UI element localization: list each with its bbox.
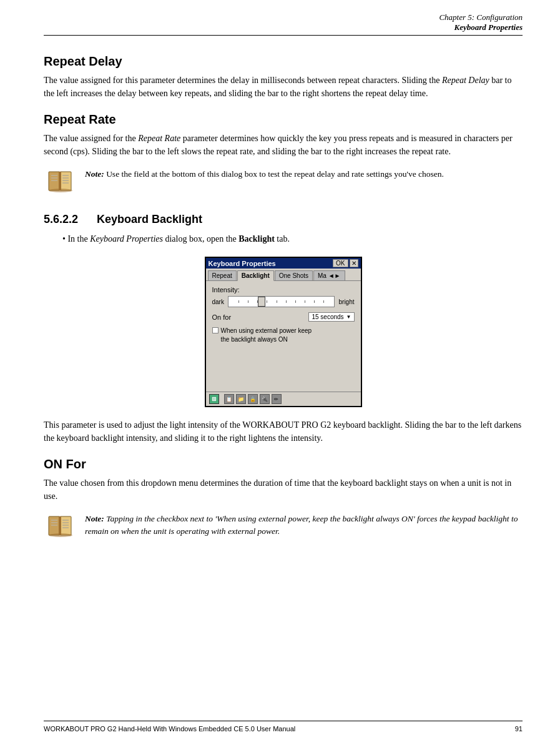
header-chapter: Chapter 5: Configuration bbox=[44, 12, 523, 22]
bullet-bold: Backlight bbox=[238, 234, 275, 244]
svg-rect-11 bbox=[49, 516, 60, 535]
on-for-body: The value chosen from this dropdown menu… bbox=[44, 476, 523, 503]
taskbar-icon-5[interactable]: ✏ bbox=[272, 394, 282, 404]
dialog-ok-button[interactable]: OK bbox=[333, 259, 348, 267]
dialog-tabs: Repeat Backlight One Shots Ma ◄► bbox=[206, 269, 361, 281]
tick-6 bbox=[286, 300, 287, 303]
tick-7 bbox=[295, 300, 296, 303]
on-for-heading: ON For bbox=[44, 457, 523, 471]
repeat-rate-heading: Repeat Rate bbox=[44, 112, 523, 127]
intensity-label: Intensity: bbox=[212, 286, 355, 294]
note-2-content: Note: Tapping in the checkbox next to 'W… bbox=[85, 510, 523, 538]
slider-row: dark bbox=[212, 296, 355, 307]
tick-2 bbox=[248, 300, 248, 303]
slider-thumb[interactable] bbox=[258, 297, 265, 307]
on-for-value: 15 seconds bbox=[312, 313, 343, 320]
body-after-dialog: This parameter is used to adjust the lig… bbox=[44, 418, 523, 445]
checkbox-label: When using external power keepthe backli… bbox=[221, 327, 312, 344]
svg-rect-2 bbox=[59, 172, 61, 190]
taskbar-icons: 📋 📁 🔒 🔌 ✏ bbox=[224, 394, 282, 404]
repeat-rate-italic: Repeat Rate bbox=[138, 134, 180, 143]
slider-ticks bbox=[228, 300, 335, 303]
tab-repeat[interactable]: Repeat bbox=[208, 270, 237, 280]
intensity-slider[interactable] bbox=[228, 296, 335, 307]
svg-rect-0 bbox=[49, 172, 60, 190]
note-book-icon-1 bbox=[44, 165, 77, 199]
repeat-delay-heading: Repeat Delay bbox=[44, 54, 523, 69]
dropdown-arrow-icon: ▼ bbox=[346, 314, 351, 320]
bright-label: bright bbox=[338, 298, 354, 305]
taskbar-icon-2[interactable]: 📁 bbox=[236, 394, 246, 404]
repeat-delay-italic: Repeat Delay bbox=[442, 76, 489, 85]
tick-1 bbox=[238, 300, 239, 303]
on-for-dropdown[interactable]: 15 seconds ▼ bbox=[308, 312, 354, 322]
dialog-container: Keyboard Properties OK ✕ Repeat Backligh… bbox=[44, 257, 523, 407]
header-title: Keyboard Properties bbox=[44, 22, 523, 32]
tick-5 bbox=[277, 300, 277, 303]
tick-9 bbox=[314, 300, 315, 303]
note-book-icon-2 bbox=[44, 510, 77, 544]
dialog-close-button[interactable]: ✕ bbox=[350, 259, 358, 267]
footer-left: WORKABOUT PRO G2 Hand-Held With Windows … bbox=[44, 725, 295, 733]
svg-point-21 bbox=[49, 533, 72, 537]
footer-right: 91 bbox=[515, 725, 523, 733]
dialog-title: Keyboard Properties bbox=[209, 260, 276, 267]
repeat-delay-body: The value assigned for this parameter de… bbox=[44, 74, 523, 100]
tab-backlight[interactable]: Backlight bbox=[237, 270, 274, 281]
svg-rect-1 bbox=[60, 172, 71, 190]
note-2-text: Tapping in the checkbox next to 'When us… bbox=[85, 514, 518, 536]
dialog-titlebar-buttons: OK ✕ bbox=[333, 259, 358, 267]
note-1-text: Use the field at the bottom of this dial… bbox=[106, 169, 444, 179]
tab-ma[interactable]: Ma ◄► bbox=[313, 270, 345, 280]
tick-10 bbox=[323, 300, 324, 303]
tick-8 bbox=[305, 300, 305, 303]
bullet-1: In the Keyboard Properties dialog box, o… bbox=[62, 232, 523, 245]
svg-point-10 bbox=[49, 189, 72, 192]
note-1-content: Note: Use the field at the bottom of thi… bbox=[85, 165, 523, 180]
dialog-content: Intensity: dark bbox=[206, 281, 361, 392]
section-222-number: 5.6.2.2 bbox=[44, 213, 78, 225]
note-1-label: Note: bbox=[85, 169, 104, 179]
note-2-label: Note: bbox=[85, 514, 104, 523]
tab-one-shots[interactable]: One Shots bbox=[275, 270, 313, 280]
dialog-titlebar: Keyboard Properties OK ✕ bbox=[206, 258, 361, 269]
on-for-row: On for 15 seconds ▼ bbox=[212, 312, 355, 322]
note-2-row: Note: Tapping in the checkbox next to 'W… bbox=[44, 510, 523, 544]
bullet-italic: Keyboard Properties bbox=[90, 234, 163, 244]
svg-rect-13 bbox=[59, 516, 61, 535]
taskbar-icon-3[interactable]: 🔒 bbox=[248, 394, 258, 404]
tick-4 bbox=[267, 300, 267, 303]
on-for-label: On for bbox=[212, 313, 232, 321]
keyboard-properties-dialog[interactable]: Keyboard Properties OK ✕ Repeat Backligh… bbox=[205, 257, 362, 407]
start-button[interactable]: ⊞ bbox=[209, 394, 219, 404]
dark-label: dark bbox=[212, 298, 224, 305]
taskbar-icon-1[interactable]: 📋 bbox=[224, 394, 234, 404]
note-1-row: Note: Use the field at the bottom of thi… bbox=[44, 165, 523, 199]
section-222-title: Keyboard Backlight bbox=[97, 213, 202, 225]
dialog-spacer bbox=[212, 349, 355, 387]
always-on-checkbox[interactable] bbox=[212, 327, 219, 333]
page-container: Chapter 5: Configuration Keyboard Proper… bbox=[0, 0, 560, 745]
page-footer: WORKABOUT PRO G2 Hand-Held With Windows … bbox=[44, 721, 523, 733]
repeat-rate-body: The value assigned for the Repeat Rate p… bbox=[44, 132, 523, 158]
dialog-taskbar: ⊞ 📋 📁 🔒 🔌 ✏ bbox=[206, 392, 361, 406]
page-header: Chapter 5: Configuration Keyboard Proper… bbox=[44, 12, 523, 36]
checkbox-row: When using external power keepthe backli… bbox=[212, 327, 355, 344]
taskbar-icon-4[interactable]: 🔌 bbox=[260, 394, 270, 404]
svg-rect-12 bbox=[60, 516, 71, 535]
section-222-heading: 5.6.2.2 Keyboard Backlight bbox=[44, 213, 523, 226]
